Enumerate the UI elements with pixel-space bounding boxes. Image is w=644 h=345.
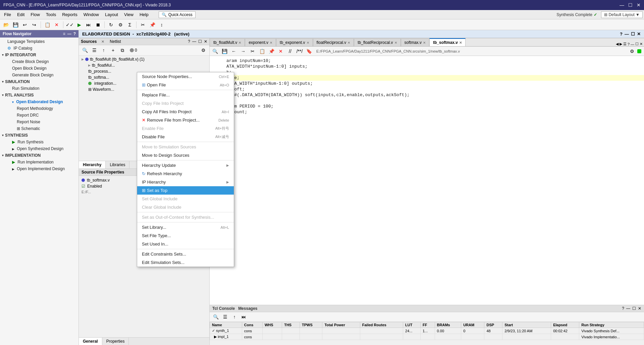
banner-maximize[interactable]: ☐: [631, 31, 635, 37]
editor-bookmark[interactable]: 🔖: [305, 47, 313, 55]
ctx-edit-simulation-sets[interactable]: Edit Simulation Sets...: [137, 258, 234, 267]
src-question[interactable]: ?: [188, 39, 190, 44]
tab-prev[interactable]: ◀: [616, 42, 619, 46]
close-button[interactable]: ✕: [637, 2, 641, 8]
editor-block-comment[interactable]: /**/: [296, 47, 304, 55]
console-min[interactable]: —: [626, 306, 630, 311]
sources-title[interactable]: Sources: [81, 39, 97, 44]
ctx-set-used-in[interactable]: Set Used In...: [137, 240, 234, 248]
sources-close[interactable]: ✕: [101, 40, 104, 44]
ctx-replace-file[interactable]: Replace File...: [137, 91, 234, 99]
editor-settings[interactable]: ⚙: [628, 47, 636, 55]
console-search[interactable]: 🔍: [212, 313, 220, 321]
netlist-title[interactable]: Netlist: [110, 39, 121, 44]
console-close[interactable]: ✕: [638, 306, 641, 311]
menu-layout[interactable]: Layout: [102, 11, 121, 18]
nav-report-methodology[interactable]: Report Methodology: [0, 105, 78, 112]
nav-report-noise[interactable]: Report Noise: [0, 119, 78, 125]
delete-button[interactable]: ✕: [53, 21, 61, 29]
tab-close[interactable]: ✕: [640, 42, 643, 46]
src-expand-1[interactable]: ▶: [82, 58, 84, 61]
nav-section-implementation[interactable]: ▾ IMPLEMENTATION: [0, 152, 78, 159]
console-question[interactable]: ?: [622, 306, 624, 311]
tab-question[interactable]: ?: [628, 42, 630, 46]
ctx-refresh-hierarchy[interactable]: ↻Refresh Hierarchy: [137, 169, 234, 178]
editor-back[interactable]: ←: [230, 47, 238, 55]
wrap-button[interactable]: ↕: [158, 21, 166, 29]
menu-window[interactable]: Window: [81, 11, 102, 18]
banner-close[interactable]: ✕: [637, 31, 641, 37]
cut-button[interactable]: ✂: [139, 21, 147, 29]
editor-forward[interactable]: →: [239, 47, 247, 55]
nav-open-block-design[interactable]: Open Block Design: [0, 65, 78, 72]
editor-paste2[interactable]: 📌: [267, 47, 275, 55]
table-row[interactable]: ▶ impl_1 cons: [210, 334, 644, 340]
src-max[interactable]: ☐: [198, 39, 202, 44]
menu-reports[interactable]: Reports: [59, 11, 80, 18]
editor-cut2[interactable]: ✂: [249, 47, 257, 55]
console-step[interactable]: ⏭: [240, 313, 248, 321]
save-button[interactable]: 💾: [11, 21, 19, 29]
editor-comment[interactable]: //: [286, 47, 294, 55]
tab-exponent[interactable]: exponent.v ✕: [245, 39, 276, 46]
nav-section-synthesis[interactable]: ▾ SYNTHESIS: [0, 132, 78, 139]
tab-messages[interactable]: Messages: [238, 306, 257, 311]
tab-list[interactable]: ☰: [623, 42, 627, 46]
tab-libraries[interactable]: Libraries: [106, 161, 129, 168]
ctx-copy-all-files[interactable]: Copy All Files Into Project Alt+I: [137, 108, 234, 116]
nav-run-simulation[interactable]: Run Simulation: [0, 85, 78, 92]
src-search[interactable]: 🔍: [81, 46, 89, 54]
editor-save[interactable]: 💾: [220, 47, 228, 55]
layout-selector[interactable]: ⊞ Default Layout ▼: [601, 11, 643, 18]
code-editor[interactable]: aram inputNum=10; ATA_WIDTH*inputNum-1:0…: [210, 56, 644, 305]
editor-delete2[interactable]: ✕: [277, 47, 285, 55]
editor-copy2[interactable]: 📋: [258, 47, 266, 55]
copy-button[interactable]: 📋: [43, 21, 51, 29]
tab-tb-floatmult[interactable]: tb_floatMult.v ✕: [210, 39, 245, 46]
run-button[interactable]: ▶: [75, 21, 83, 29]
src-up[interactable]: ↑: [100, 46, 108, 54]
tab-general[interactable]: General: [79, 338, 102, 345]
tab-tb-floatreciprocal[interactable]: tb_floatReciprocal.v ✕: [354, 39, 400, 46]
ctx-hierarchy-update[interactable]: Hierarchy Update ▶: [137, 161, 234, 169]
menu-edit[interactable]: Edit: [14, 11, 27, 18]
nav-run-synthesis[interactable]: ▶ Run Synthesis: [0, 139, 78, 145]
flow-nav-pin[interactable]: ≡: [63, 31, 65, 36]
nav-section-simulation[interactable]: ▾ SIMULATION: [0, 78, 78, 85]
close-tab-1[interactable]: ✕: [238, 41, 241, 45]
tab-softmax[interactable]: softmax.v ✕: [401, 39, 429, 46]
flow-nav-minus[interactable]: —: [67, 31, 71, 36]
console-filter[interactable]: ☰: [221, 313, 229, 321]
ctx-set-library[interactable]: Set Library... Alt+L: [137, 223, 234, 231]
menu-help[interactable]: Help: [137, 11, 151, 18]
close-tab-3[interactable]: ✕: [307, 41, 309, 45]
quick-access-box[interactable]: 🔍 Quick Access: [159, 11, 196, 18]
ctx-set-file-type[interactable]: Set File Type...: [137, 231, 234, 240]
ctx-disable-file[interactable]: Disable File Alt+减号: [137, 133, 234, 141]
console-up[interactable]: ↑: [230, 313, 238, 321]
close-tab-6[interactable]: ✕: [423, 41, 426, 45]
nav-open-elaborated-design[interactable]: ▾ Open Elaborated Design: [0, 98, 78, 105]
minimize-button[interactable]: —: [620, 2, 624, 8]
sigma-button[interactable]: Σ: [126, 21, 134, 29]
src-copy[interactable]: ⧉: [118, 46, 126, 54]
ctx-ip-hierarchy[interactable]: IP Hierarchy ▶: [137, 178, 234, 186]
ctx-move-design-sources[interactable]: Move to Design Sources: [137, 151, 234, 159]
nav-ip-catalog[interactable]: ⚙ IP Catalog: [0, 45, 78, 52]
close-tab-2[interactable]: ✕: [270, 41, 272, 45]
undo-button[interactable]: ↩: [21, 21, 29, 29]
src-item-tb-floatmul2[interactable]: ▶ tb_floatMul...: [79, 62, 209, 68]
maximize-button[interactable]: ☐: [628, 2, 633, 8]
nav-section-ip-integrator[interactable]: ▾ IP INTEGRATOR: [0, 52, 78, 58]
src-close2[interactable]: ✕: [204, 39, 207, 44]
tab-tcl-console[interactable]: Tcl Console: [212, 306, 235, 311]
tab-tb-exponent[interactable]: tb_exponent.v ✕: [276, 39, 313, 46]
check-button[interactable]: ✓✓: [66, 21, 74, 29]
editor-search[interactable]: 🔍: [211, 47, 219, 55]
console-max[interactable]: ☐: [632, 306, 636, 311]
tab-next[interactable]: ▶: [620, 42, 622, 46]
src-add[interactable]: +: [109, 46, 117, 54]
src-filter[interactable]: ☰: [90, 46, 98, 54]
nav-open-implemented-design[interactable]: ▶ Open Implemented Design: [0, 165, 78, 172]
close-tab-4[interactable]: ✕: [347, 41, 350, 45]
